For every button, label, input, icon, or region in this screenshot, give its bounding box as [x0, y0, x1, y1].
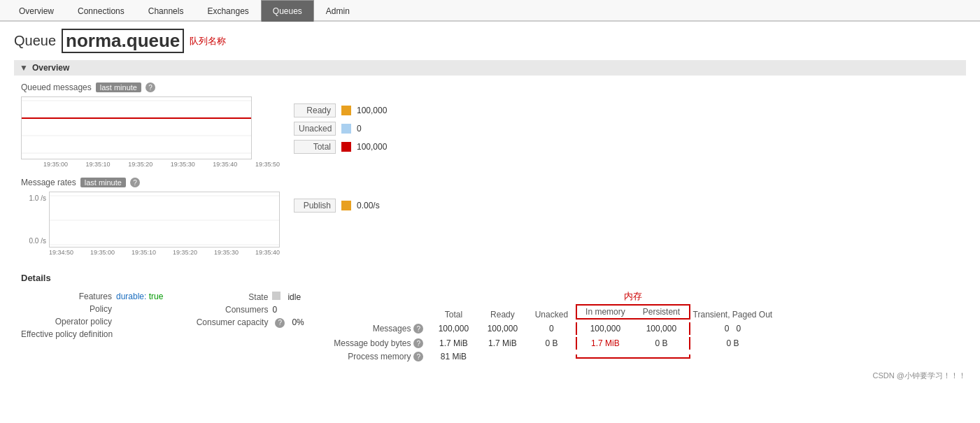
detail-consumers-val: 0: [272, 305, 277, 315]
detail-features-val: durable: true: [116, 292, 163, 301]
legend-publish-color: [341, 201, 351, 210]
details-col2: State idle Consumers 0 Consumer capacity…: [177, 290, 317, 329]
process-memory-help[interactable]: ?: [413, 352, 423, 361]
queued-messages-title: Queued messages last minute ?: [21, 83, 959, 92]
detail-consumers-key: Consumers: [177, 305, 268, 315]
detail-state-key: State: [177, 292, 268, 302]
legend-ready-value: 100,000: [357, 106, 387, 115]
stats-messages-unacked: 0: [527, 324, 576, 334]
overview-section-header[interactable]: ▼ Overview: [14, 60, 966, 76]
stats-process-memory-inmemory: [577, 354, 633, 357]
detail-effective-policy: Effective policy definition: [21, 328, 163, 340]
memory-row-messages: 100,000 100,000: [576, 322, 690, 335]
nav-bar: OverviewConnectionsChannelsExchangesQueu…: [0, 0, 980, 22]
detail-operator-policy: Operator policy: [21, 315, 163, 328]
legend-unacked-label: Unacked: [294, 122, 336, 136]
legend-unacked: Unacked 0: [294, 122, 387, 136]
col-header-in-memory: In memory: [577, 306, 633, 318]
nav-item-overview[interactable]: Overview: [7, 0, 66, 22]
body-bytes-help[interactable]: ?: [413, 338, 423, 348]
memory-box-headers: In memory Persistent: [576, 304, 690, 320]
state-icon: [272, 292, 280, 300]
legend-unacked-value: 0: [357, 124, 362, 134]
stats-messages-label: Messages ?: [331, 324, 429, 334]
stats-body-bytes-label: Message body bytes ?: [331, 338, 429, 348]
nav-item-exchanges[interactable]: Exchanges: [195, 0, 260, 22]
stats-header-area: Total Ready Unacked 内存 In memory Persist…: [331, 290, 959, 320]
stats-body-bytes-inmemory: 1.7 MiB: [577, 337, 633, 350]
message-rates-chart-row: 1.0 /s 0.0 /s 19:34:50 19:35:00: [21, 192, 959, 256]
details-col1: Features durable: true Policy Operator p…: [21, 290, 163, 340]
details-title: Details: [21, 273, 959, 283]
memory-row-body-bytes: 1.7 MiB 0 B: [576, 337, 690, 350]
message-rates-filter[interactable]: last minute: [80, 178, 126, 187]
stats-process-memory-label: Process memory ?: [331, 352, 429, 361]
nav-item-admin[interactable]: Admin: [314, 0, 362, 22]
details-main-layout: Features durable: true Policy Operator p…: [21, 290, 959, 364]
col-header-persistent: Persistent: [633, 306, 689, 318]
queued-messages-chart-area: 150 k 100 k 50 k 0 k: [21, 96, 280, 168]
queue-name: norma.queue: [62, 29, 184, 53]
queued-messages-filter[interactable]: last minute: [96, 83, 141, 92]
detail-effective-policy-key: Effective policy definition: [21, 329, 113, 339]
detail-policy: Policy: [21, 303, 163, 315]
detail-features: Features durable: true: [21, 290, 163, 303]
stats-messages-total: 100,000: [429, 324, 478, 334]
legend-total-value: 100,000: [357, 142, 387, 152]
legend-publish: Publish 0.00/s: [294, 199, 380, 213]
queued-messages-help[interactable]: ?: [145, 83, 155, 92]
legend-ready-color: [341, 106, 351, 115]
nav-item-channels[interactable]: Channels: [136, 0, 196, 22]
detail-state: State idle: [177, 290, 317, 303]
queued-messages-chart-row: 150 k 100 k 50 k 0 k: [21, 96, 959, 168]
stats-messages-inmemory: 100,000: [577, 322, 633, 335]
stats-messages-transient: 00: [690, 324, 774, 334]
legend-publish-value: 0.00/s: [357, 201, 380, 210]
detail-features-key: Features: [21, 292, 112, 301]
queued-messages-label: Queued messages: [21, 83, 92, 92]
nav-item-queues[interactable]: Queues: [261, 0, 314, 22]
consumer-capacity-help[interactable]: ?: [275, 318, 285, 328]
legend-unacked-color: [341, 124, 351, 134]
chart-x-labels: 19:35:00 19:35:10 19:35:20 19:35:30 19:3…: [43, 161, 280, 168]
message-rates-help[interactable]: ?: [130, 178, 140, 187]
detail-policy-key: Policy: [21, 304, 112, 314]
memory-row-process: [576, 354, 690, 359]
stats-body-bytes-ready: 1.7 MiB: [478, 338, 527, 348]
message-rates-legend: Publish 0.00/s: [294, 192, 380, 213]
stats-messages-persistent: 100,000: [633, 322, 689, 335]
stats-row-body-bytes: Message body bytes ? 1.7 MiB 1.7 MiB 0 B…: [331, 337, 959, 350]
detail-consumers: Consumers 0: [177, 303, 317, 316]
message-rates-chart-area: 1.0 /s 0.0 /s 19:34:50 19:35:00: [21, 192, 280, 256]
message-rates-label: Message rates: [21, 178, 76, 187]
page-title-area: Queue norma.queue 队列名称: [14, 29, 966, 53]
stats-row-messages: Messages ? 100,000 100,000 0 100,000 100…: [331, 322, 959, 335]
col-header-ready: Ready: [478, 310, 527, 320]
legend-ready: Ready 100,000: [294, 103, 387, 117]
memory-header-label: 内存: [624, 290, 642, 303]
stats-process-memory-total: 81 MiB: [429, 352, 478, 361]
nav-item-connections[interactable]: Connections: [66, 0, 136, 22]
rates-y-labels: 1.0 /s 0.0 /s: [21, 192, 49, 248]
legend-ready-label: Ready: [294, 103, 336, 117]
col-header-total: Total: [429, 310, 478, 320]
queued-messages-chart: [21, 96, 252, 159]
stats-row-process-memory: Process memory ? 81 MiB: [331, 352, 959, 361]
watermark: CSDN @小钟要学习！！！: [14, 371, 966, 381]
details-stats: Total Ready Unacked 内存 In memory Persist…: [331, 290, 959, 364]
col-header-transient: Transient, Paged Out: [690, 310, 774, 320]
stats-body-bytes-persistent: 0 B: [633, 337, 689, 350]
stats-body-bytes-total: 1.7 MiB: [429, 338, 478, 348]
detail-consumer-capacity: Consumer capacity ? 0%: [177, 316, 317, 329]
stats-body-bytes-transient: 0 B: [690, 338, 774, 348]
stats-messages-ready: 100,000: [478, 324, 527, 334]
message-rates-chart: [49, 192, 280, 248]
legend-total-color: [341, 142, 351, 152]
detail-operator-policy-key: Operator policy: [21, 317, 112, 327]
rates-x-labels: 19:34:50 19:35:00 19:35:10 19:35:20 19:3…: [49, 249, 280, 256]
page-content: Queue norma.queue 队列名称 ▼ Overview Queued…: [0, 22, 980, 388]
page-title-prefix: Queue: [14, 33, 56, 49]
col-header-unacked: Unacked: [527, 310, 576, 320]
stats-process-memory-persistent: [633, 354, 689, 357]
messages-help[interactable]: ?: [413, 324, 423, 334]
